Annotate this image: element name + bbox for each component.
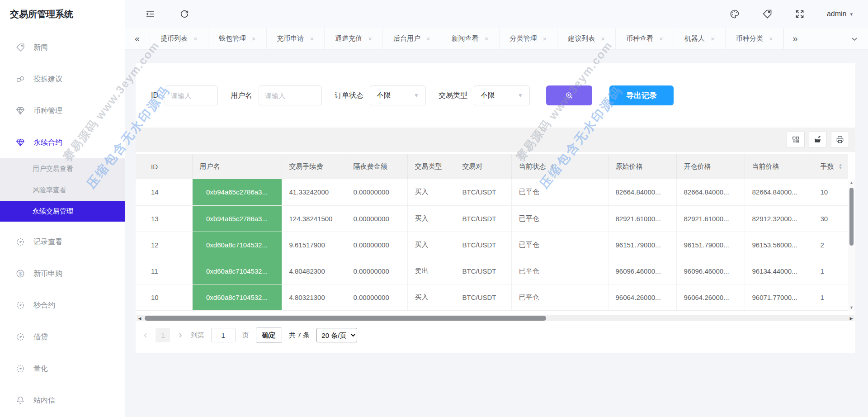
- sidebar-item-coin-management[interactable]: 币种管理: [0, 95, 125, 127]
- tab[interactable]: 建议列表 ×: [557, 28, 616, 49]
- sidebar-item-site-messages[interactable]: 站内信: [0, 384, 125, 416]
- id-filter-input[interactable]: [165, 85, 218, 105]
- table-row: 10 0xd60a8c7104532... 4.80321300 0.00000…: [136, 284, 848, 310]
- open-tabs: 提币列表 × 钱包管理 × 充币申请 × 通道充值 × 后台用户 ×: [150, 28, 783, 49]
- cell-overnight: 0.00000000: [346, 258, 407, 284]
- goto-page-input[interactable]: [211, 328, 236, 342]
- tab[interactable]: 钱包管理 ×: [208, 28, 267, 49]
- horizontal-scrollbar-thumb[interactable]: [145, 316, 546, 321]
- close-icon[interactable]: ×: [193, 35, 198, 43]
- export-records-button[interactable]: 导出记录: [609, 85, 674, 105]
- cell-open-price: 82921.61000...: [676, 205, 745, 232]
- tab[interactable]: 充币申请 ×: [267, 28, 325, 49]
- cell-user-address[interactable]: 0xd60a8c7104532...: [192, 284, 282, 310]
- scroll-up-icon[interactable]: ▲: [849, 180, 854, 186]
- cell-overnight: 0.00000000: [346, 179, 407, 205]
- tab[interactable]: 新闻查看 ×: [441, 28, 500, 49]
- collapse-sidebar-icon[interactable]: [145, 9, 156, 19]
- fullscreen-icon[interactable]: [794, 9, 805, 19]
- sidebar-item-quantification[interactable]: 量化: [0, 353, 125, 384]
- close-icon[interactable]: ×: [310, 35, 314, 43]
- sidebar-item-news[interactable]: 新闻: [0, 32, 125, 63]
- scroll-right-icon[interactable]: ▶: [848, 316, 854, 321]
- next-page-button[interactable]: ›: [177, 329, 184, 341]
- tabs-scroll-left-button[interactable]: «: [125, 28, 150, 49]
- sidebar-item-user-trade-view[interactable]: 用户交易查看: [0, 158, 125, 180]
- tab[interactable]: 通道充值 ×: [325, 28, 383, 49]
- print-button[interactable]: [831, 132, 849, 148]
- close-icon[interactable]: ×: [543, 35, 547, 43]
- sort-icon[interactable]: ▲▼: [839, 163, 843, 170]
- sidebar-item-perpetual-trade-management[interactable]: 永续交易管理: [0, 201, 125, 222]
- sidebar-item-new-coin-subscription[interactable]: $ 新币申购: [0, 258, 125, 289]
- current-page-button[interactable]: 1: [156, 328, 170, 342]
- vertical-scrollbar[interactable]: ▲ ▼: [848, 180, 855, 311]
- prev-page-button[interactable]: ‹: [142, 329, 149, 341]
- username-filter-input[interactable]: [259, 85, 322, 105]
- close-icon[interactable]: ×: [601, 35, 605, 43]
- tab[interactable]: 币种分类 ×: [726, 28, 784, 49]
- scroll-left-icon[interactable]: ◀: [137, 316, 143, 321]
- cell-cur-price: 82912.32000...: [745, 205, 813, 232]
- theme-palette-icon[interactable]: [729, 9, 740, 19]
- cell-pair: BTC/USDT: [455, 179, 511, 205]
- close-icon[interactable]: ×: [426, 35, 430, 43]
- close-icon[interactable]: ×: [659, 35, 663, 43]
- cell-orig-price: 96064.26000...: [608, 284, 676, 310]
- close-icon[interactable]: ×: [711, 35, 715, 43]
- scroll-down-icon[interactable]: ▼: [849, 304, 854, 311]
- sidebar-item-lending[interactable]: 借贷: [0, 321, 125, 353]
- cell-user-address[interactable]: 0xd60a8c7104532...: [192, 258, 282, 284]
- tab-label: 后台用户: [393, 34, 420, 43]
- tab[interactable]: 币种查看 ×: [616, 28, 674, 49]
- cell-orig-price: 82921.61000...: [608, 205, 676, 232]
- tab[interactable]: 后台用户 ×: [383, 28, 441, 49]
- perpetual-submenu: 用户交易查看 风险率查看: [0, 158, 125, 201]
- clock-icon: [15, 237, 25, 247]
- refresh-icon[interactable]: [179, 9, 190, 19]
- sort-icon[interactable]: ▲▼: [551, 163, 555, 170]
- col-id: ID: [136, 154, 192, 179]
- close-icon[interactable]: ×: [485, 35, 489, 43]
- sidebar-item-second-contract[interactable]: 秒合约: [0, 289, 125, 321]
- tab[interactable]: 提币列表 ×: [150, 28, 208, 49]
- page-size-select[interactable]: 20 条/页: [316, 328, 357, 342]
- sidebar-item-risk-rate-view[interactable]: 风险率查看: [0, 180, 125, 201]
- tabs-scroll-right-button[interactable]: »: [783, 28, 806, 49]
- sidebar-item-records[interactable]: 记录查看: [0, 226, 125, 258]
- confirm-button[interactable]: 确定: [256, 327, 282, 343]
- col-cur-price: 当前价格: [745, 154, 813, 179]
- order-status-select[interactable]: 不限 ▼: [370, 85, 426, 105]
- cell-fee: 124.38241500: [282, 205, 346, 232]
- user-menu[interactable]: admin ▾: [827, 10, 853, 18]
- goto-label: 到第: [191, 331, 204, 340]
- tab-label: 充币申请: [277, 34, 304, 43]
- export-button[interactable]: [809, 132, 827, 148]
- tabs-dropdown-button[interactable]: [841, 28, 868, 49]
- cell-orig-price: 82664.84000...: [608, 179, 676, 205]
- sidebar-item-suggestions[interactable]: 投拆建议: [0, 63, 125, 95]
- column-filter-button[interactable]: [787, 132, 805, 148]
- cell-cur-price: 82664.84000...: [745, 179, 813, 205]
- vertical-scrollbar-thumb[interactable]: [849, 188, 854, 246]
- tab-label: 机器人: [684, 34, 705, 43]
- close-icon[interactable]: ×: [252, 35, 256, 43]
- table-header: ID 用户名 交易手续费 隔夜费金额 交易类型 交易对 当前状态▲▼ 原始价格 …: [136, 154, 848, 179]
- cell-user-address[interactable]: 0xb94a65c2786a3...: [192, 179, 282, 205]
- bell-icon: [15, 395, 25, 405]
- horizontal-scrollbar[interactable]: ◀ ▶: [137, 315, 854, 321]
- cell-user-address[interactable]: 0xb94a65c2786a3...: [192, 205, 282, 232]
- cell-id: 13: [136, 205, 192, 232]
- tab[interactable]: 机器人 ×: [674, 28, 726, 49]
- cell-user-address[interactable]: 0xd60a8c7104532...: [192, 232, 282, 258]
- tag-icon: [15, 43, 25, 52]
- tag-icon[interactable]: [762, 9, 773, 19]
- close-icon[interactable]: ×: [769, 35, 773, 43]
- cell-fee: 4.80482300: [282, 258, 346, 284]
- tab[interactable]: 分类管理 ×: [500, 28, 558, 49]
- trade-type-select[interactable]: 不限 ▼: [474, 85, 530, 105]
- close-icon[interactable]: ×: [368, 35, 372, 43]
- gem-icon: [15, 137, 25, 147]
- sidebar-item-perpetual-contracts[interactable]: 永续合约: [0, 127, 125, 158]
- search-button[interactable]: [546, 85, 592, 105]
